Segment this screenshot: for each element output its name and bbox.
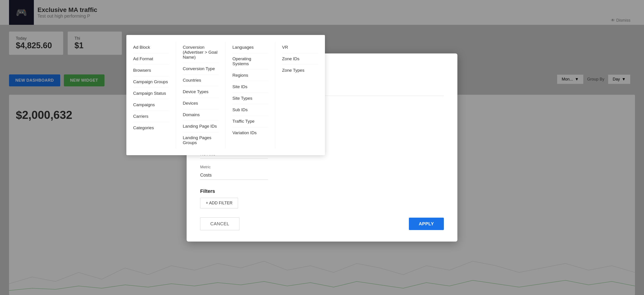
filter-item-site-types[interactable]: Site Types — [232, 93, 268, 104]
filter-col-4: VR Zone IDs Zone Types — [275, 42, 325, 148]
filters-section: Filters + ADD FILTER — [200, 188, 444, 208]
filter-item-sub-ids[interactable]: Sub IDs — [232, 104, 268, 116]
filter-grid: Ad Block Ad Format Browsers Campaign Gro… — [126, 39, 325, 151]
metric-value[interactable]: Costs — [200, 171, 268, 180]
apply-button[interactable]: APPLY — [409, 218, 444, 230]
metric-field: Metric Costs — [200, 165, 444, 180]
filters-title: Filters — [200, 188, 444, 194]
filter-item-zone-types[interactable]: Zone Types — [282, 65, 318, 76]
add-filter-button[interactable]: + ADD FILTER — [200, 198, 238, 208]
metric-label: Metric — [200, 165, 444, 169]
cancel-button[interactable]: CANCEL — [200, 217, 240, 230]
filter-item-conversion-type[interactable]: Conversion Type — [183, 63, 219, 75]
filter-item-operating-systems[interactable]: Operating Systems — [232, 53, 268, 70]
filter-item-traffic-type[interactable]: Traffic Type — [232, 116, 268, 127]
filter-item-landing-page-ids[interactable]: Landing Page IDs — [183, 121, 219, 132]
filter-item-categories[interactable]: Categories — [133, 122, 169, 134]
filter-item-devices[interactable]: Devices — [183, 98, 219, 109]
filter-item-campaign-groups[interactable]: Campaign Groups — [133, 76, 169, 88]
filter-col-3: Languages Operating Systems Regions Site… — [226, 42, 275, 148]
filter-item-variation-ids[interactable]: Variation IDs — [232, 127, 268, 138]
filter-item-domains[interactable]: Domains — [183, 109, 219, 121]
filter-col-2: Conversion (Advertiser > Goal Name) Conv… — [176, 42, 226, 148]
filter-item-landing-pages-groups[interactable]: Landing Pages Groups — [183, 132, 219, 148]
filter-col-1: Ad Block Ad Format Browsers Campaign Gro… — [126, 42, 176, 148]
filter-item-zone-ids[interactable]: Zone IDs — [282, 53, 318, 65]
filter-item-conversion-advertiser[interactable]: Conversion (Advertiser > Goal Name) — [183, 42, 219, 63]
filter-item-browsers[interactable]: Browsers — [133, 65, 169, 76]
filter-item-languages[interactable]: Languages — [232, 42, 268, 53]
filter-item-countries[interactable]: Countries — [183, 75, 219, 86]
filter-item-site-ids[interactable]: Site IDs — [232, 81, 268, 93]
filter-item-vr[interactable]: VR — [282, 42, 318, 53]
filter-item-carriers[interactable]: Carriers — [133, 111, 169, 122]
filter-item-ad-format[interactable]: Ad Format — [133, 53, 169, 65]
filter-item-campaigns[interactable]: Campaigns — [133, 99, 169, 111]
filter-dropdown: Ad Block Ad Format Browsers Campaign Gro… — [126, 35, 325, 155]
filter-item-device-types[interactable]: Device Types — [183, 86, 219, 98]
dialog-footer: CANCEL APPLY — [200, 208, 444, 230]
filter-item-regions[interactable]: Regions — [232, 70, 268, 81]
filter-item-campaign-status[interactable]: Campaign Status — [133, 88, 169, 99]
filter-item-ad-block[interactable]: Ad Block — [133, 42, 169, 53]
